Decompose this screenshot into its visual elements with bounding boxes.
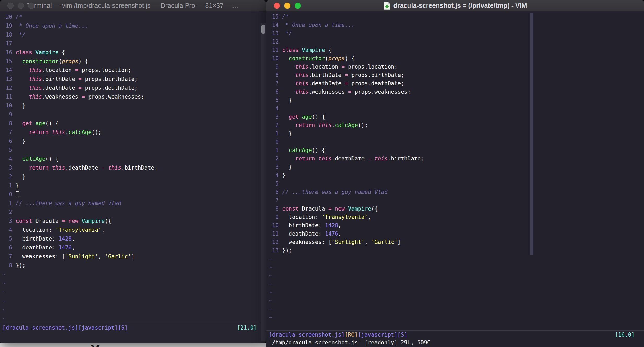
cursor (16, 191, 19, 197)
code-line[interactable]: 1} (0, 181, 266, 190)
code-line[interactable]: 8}); (0, 261, 266, 270)
tilde-row: ~ (266, 305, 644, 313)
code-line[interactable]: 19 * Once upon a time... (0, 21, 266, 30)
code-line[interactable]: 3const Dracula = new Vampire({ (0, 217, 266, 225)
zoom-button[interactable] (295, 3, 301, 9)
code-line[interactable]: 3 get age() { (266, 113, 644, 121)
code-token: constructor (22, 58, 58, 64)
tilde-row: ~ (266, 288, 644, 296)
code-token: this (29, 76, 42, 82)
code-line[interactable]: 13 this.birthDate = props.birthDate; (0, 75, 266, 83)
code-line[interactable]: 11 deathDate: 1476, (266, 230, 644, 238)
code-line[interactable]: 14 * Once upon a time... (266, 21, 644, 29)
code-line[interactable]: 17 (0, 39, 266, 48)
code-line[interactable]: 10 constructor(props) { (266, 54, 644, 63)
code-line[interactable]: 4 location: 'Transylvania', (0, 225, 266, 234)
tilde: ~ (2, 270, 6, 279)
code-line[interactable]: 20/* (0, 13, 266, 21)
code-token: 1476 (58, 244, 72, 251)
line-number: 5 (269, 96, 279, 104)
code-line[interactable]: 5 birthDate: 1428, (0, 234, 266, 243)
left-statusline: [dracula-screenshot.js][javascript][S] [… (0, 323, 266, 332)
minimize-button[interactable] (284, 3, 290, 9)
code-line[interactable]: 12 weaknesses: ['Sunlight', 'Garlic'] (266, 238, 644, 246)
right-editor-buffer[interactable]: 15/*14 * Once upon a time...13 */1211cla… (266, 11, 644, 321)
code-line[interactable]: 5 } (266, 96, 644, 104)
code-text: this.deathDate = props.deathDate; (282, 79, 404, 88)
macvim-titlebar[interactable]: dracula-screenshot.js = (/private/tmp) -… (266, 0, 644, 11)
tilde-row: ~ (0, 296, 266, 305)
code-token: const (282, 206, 302, 212)
code-line[interactable]: 13 */ (266, 29, 644, 38)
code-line[interactable]: 9 location: 'Transylvania', (266, 213, 644, 221)
line-number: 12 (2, 83, 12, 92)
code-line[interactable]: 1// ...there was a guy named Vlad (0, 199, 266, 208)
code-line[interactable]: 11class Vampire { (266, 46, 644, 54)
code-line[interactable]: 0 (0, 190, 266, 199)
code-line[interactable]: 2 (0, 208, 266, 217)
code-token (282, 122, 295, 128)
code-token: ( (58, 58, 62, 64)
code-text (16, 190, 19, 199)
code-line[interactable]: 4 calcAge() { (0, 154, 266, 163)
code-line[interactable]: 13}); (266, 246, 644, 255)
code-line[interactable]: 10 } (0, 101, 266, 110)
zoom-button[interactable] (28, 3, 34, 9)
line-number: 4 (2, 225, 12, 234)
left-editor-buffer[interactable]: 20/*19 * Once upon a time...18 */1716cla… (0, 11, 266, 323)
macvim-title-text: dracula-screenshot.js = (/private/tmp) -… (393, 2, 527, 9)
code-line[interactable]: 4} (266, 171, 644, 180)
code-token: props (328, 55, 345, 62)
code-line[interactable]: 15/* (266, 13, 644, 21)
code-line[interactable]: 8const Dracula = new Vampire({ (266, 205, 644, 213)
code-line[interactable]: 2 return this.deathDate - this.birthDate… (266, 154, 644, 163)
code-line[interactable]: 16class Vampire { (0, 48, 266, 57)
code-line[interactable]: 7 (266, 196, 644, 205)
code-line[interactable]: 2 return this.calcAge(); (266, 121, 644, 129)
close-button[interactable] (274, 3, 280, 9)
code-text: this.deathDate = props.deathDate; (16, 83, 138, 92)
code-line[interactable]: 12 (266, 38, 644, 46)
code-line[interactable]: 6 this.weaknesses = props.weaknesses; (266, 88, 644, 96)
code-line[interactable]: 6 deathDate: 1476, (0, 243, 266, 252)
code-line[interactable]: 5 (266, 180, 644, 188)
code-token: this (29, 94, 42, 100)
minimize-button[interactable] (18, 3, 24, 9)
code-line[interactable]: 0 (266, 138, 644, 146)
code-line[interactable]: 12 this.deathDate = props.deathDate; (0, 83, 266, 92)
code-line[interactable]: 1 } (266, 129, 644, 138)
code-line[interactable]: 10 birthDate: 1428, (266, 221, 644, 230)
statusline-left-group: [dracula-screenshot.js][RO][javascript][… (269, 331, 407, 339)
code-text: } (16, 101, 26, 110)
code-line[interactable]: 9 (0, 110, 266, 119)
code-line[interactable]: 7 weaknesses: ['Sunlight', 'Garlic'] (0, 252, 266, 261)
code-line[interactable]: 8 get age() { (0, 119, 266, 128)
code-token: ] (398, 239, 401, 245)
statusline-readonly-flag: [RO] (345, 332, 358, 338)
code-line[interactable]: 9 this.location = props.location; (266, 63, 644, 71)
code-token (282, 114, 289, 120)
line-number: 1 (269, 129, 279, 138)
code-text: return this.calcAge(); (16, 128, 102, 137)
code-line[interactable]: 6// ...there was a guy named Vlad (266, 188, 644, 196)
code-token: age (35, 120, 45, 127)
code-line[interactable]: 11 this.weaknesses = props.weaknesses; (0, 92, 266, 101)
code-line[interactable]: 2 } (0, 172, 266, 181)
code-line[interactable]: 18 */ (0, 30, 266, 39)
code-token (105, 165, 108, 171)
code-line[interactable]: 4 (266, 104, 644, 113)
tilde: ~ (2, 279, 6, 288)
code-token: calcAge (68, 129, 92, 135)
code-line[interactable]: 7 return this.calcAge(); (0, 128, 266, 137)
terminal-titlebar[interactable]: Terminal — vim /tmp/dracula-screenshot.j… (0, 0, 266, 11)
code-line[interactable]: 7 this.deathDate = props.deathDate; (266, 79, 644, 88)
code-line[interactable]: 5 (0, 146, 266, 154)
code-line[interactable]: 3 } (266, 163, 644, 171)
code-line[interactable]: 14 this.location = props.location; (0, 66, 266, 75)
code-line[interactable]: 3 return this.deathDate - this.birthDate… (0, 163, 266, 172)
code-line[interactable]: 1 calcAge() { (266, 146, 644, 154)
code-line[interactable]: 15 constructor(props) { (0, 57, 266, 66)
close-button[interactable] (7, 3, 14, 9)
code-line[interactable]: 6 } (0, 137, 266, 146)
code-line[interactable]: 8 this.birthDate = props.birthDate; (266, 71, 644, 79)
